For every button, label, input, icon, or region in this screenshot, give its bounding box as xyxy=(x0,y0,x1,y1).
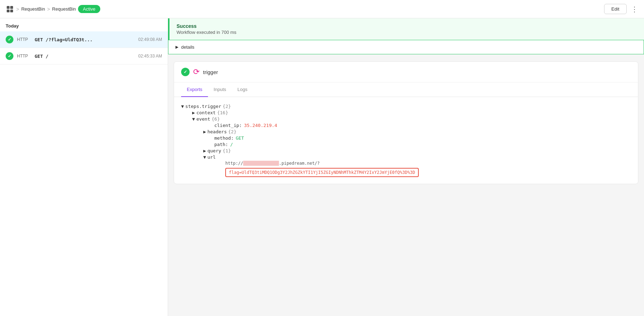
tab-bar: Exports Inputs Logs xyxy=(174,83,638,97)
tree-row: method: GET xyxy=(181,135,631,141)
tree-row: http://██████████████.pipedream.net/? xyxy=(181,161,631,166)
svg-rect-2 xyxy=(7,10,10,12)
tree-row: ▼ url xyxy=(181,154,631,160)
tree-view: ▼ steps.trigger {2} ▶ context {16} ▼ eve… xyxy=(174,97,638,184)
tree-meta: {2} xyxy=(228,129,236,134)
tree-row: ▼ steps.trigger {2} xyxy=(181,104,631,109)
request-time: 02:45:33 AM xyxy=(138,54,162,59)
success-icon xyxy=(6,36,13,43)
request-path: GET / xyxy=(35,54,135,59)
breadcrumb-requestbin-2[interactable]: RequestBin xyxy=(52,6,76,12)
success-icon xyxy=(6,52,13,60)
tree-row: ▶ context {16} xyxy=(181,110,631,115)
logo-icon xyxy=(6,5,14,13)
tree-key: headers xyxy=(207,129,227,134)
svg-rect-3 xyxy=(10,10,13,12)
tree-key: method: xyxy=(214,135,234,141)
request-method: HTTP xyxy=(17,54,31,59)
request-time: 02:49:08 AM xyxy=(138,37,162,42)
tree-row: path: / xyxy=(181,142,631,147)
tree-meta: {16} xyxy=(217,110,228,115)
list-item[interactable]: HTTP GET /?flag=UldTQ3t... 02:49:08 AM xyxy=(0,31,168,48)
tree-key: path: xyxy=(214,142,228,147)
tree-row: ▶ query {1} xyxy=(181,148,631,153)
tree-row: flag=UldTQ3tiMDQ1ODg3Y2JhZGZkYTI1YjI5ZGI… xyxy=(181,167,631,177)
tree-toggle[interactable]: ▼ xyxy=(192,116,195,122)
tree-key: context xyxy=(196,110,216,115)
tree-meta: {2} xyxy=(223,104,231,109)
breadcrumb-sep-2: > xyxy=(47,6,50,12)
main-layout: Today HTTP GET /?flag=UldTQ3t... 02:49:0… xyxy=(0,18,644,316)
tree-toggle[interactable]: ▶ xyxy=(192,110,195,115)
tree-key: client_ip: xyxy=(214,123,242,128)
tree-toggle[interactable]: ▶ xyxy=(203,148,206,153)
tree-meta: {6} xyxy=(211,116,220,122)
details-label: details xyxy=(181,44,195,50)
sidebar-section-today: Today xyxy=(0,18,168,31)
url-line: http://██████████████.pipedream.net/? xyxy=(225,161,320,166)
list-item[interactable]: HTTP GET / 02:45:33 AM xyxy=(0,48,168,65)
main-content: Success Workflow executed in 700 ms ▶ de… xyxy=(168,18,644,316)
tree-key: query xyxy=(207,148,221,153)
tree-toggle[interactable]: ▼ xyxy=(181,104,184,109)
tab-inputs[interactable]: Inputs xyxy=(208,83,232,97)
topbar-right: Edit ⋮ xyxy=(604,4,638,14)
trigger-icon: ⟳ xyxy=(193,67,199,77)
tree-meta: {1} xyxy=(223,148,231,153)
breadcrumb-sep-1: > xyxy=(16,6,19,12)
tree-toggle[interactable]: ▼ xyxy=(203,154,206,160)
topbar: > RequestBin > RequestBin Active Edit ⋮ xyxy=(0,0,644,18)
flag-value: flag=UldTQ3tiMDQ1ODg3Y2JhZGZkYTI1YjI5ZGI… xyxy=(225,168,418,177)
trigger-card: ⟳ trigger Exports Inputs Logs ▼ steps.tr… xyxy=(174,61,638,184)
tree-key: steps.trigger xyxy=(185,104,221,109)
request-method: HTTP xyxy=(17,37,31,42)
active-badge: Active xyxy=(78,5,100,13)
success-title: Success xyxy=(177,23,637,29)
tree-value: GET xyxy=(236,135,244,141)
trigger-success-icon xyxy=(181,68,190,76)
tree-row: client_ip: 35.240.219.4 xyxy=(181,123,631,128)
sidebar: Today HTTP GET /?flag=UldTQ3t... 02:49:0… xyxy=(0,18,168,316)
tree-value: / xyxy=(230,142,233,147)
topbar-left: > RequestBin > RequestBin Active xyxy=(6,5,100,13)
trigger-title: trigger xyxy=(203,69,218,75)
success-banner: Success Workflow executed in 700 ms xyxy=(168,18,644,40)
svg-rect-0 xyxy=(7,6,10,9)
tree-key: event xyxy=(196,116,210,122)
tree-row: ▶ headers {2} xyxy=(181,129,631,134)
tree-key: url xyxy=(207,154,215,160)
more-options-button[interactable]: ⋮ xyxy=(631,5,638,13)
url-redacted: ██████████████ xyxy=(243,161,279,166)
success-subtitle: Workflow executed in 700 ms xyxy=(177,30,637,35)
trigger-header: ⟳ trigger xyxy=(174,62,638,83)
details-arrow-icon: ▶ xyxy=(175,45,178,49)
tree-value: 35.240.219.4 xyxy=(244,123,277,128)
edit-button[interactable]: Edit xyxy=(604,4,627,14)
tree-toggle[interactable]: ▶ xyxy=(203,129,206,134)
svg-rect-1 xyxy=(10,6,13,9)
tree-row: ▼ event {6} xyxy=(181,116,631,122)
tab-logs[interactable]: Logs xyxy=(232,83,253,97)
breadcrumb-requestbin-1[interactable]: RequestBin xyxy=(21,6,45,12)
request-path: GET /?flag=UldTQ3t... xyxy=(35,37,135,42)
tab-exports[interactable]: Exports xyxy=(181,83,208,97)
details-row[interactable]: ▶ details xyxy=(168,40,644,54)
